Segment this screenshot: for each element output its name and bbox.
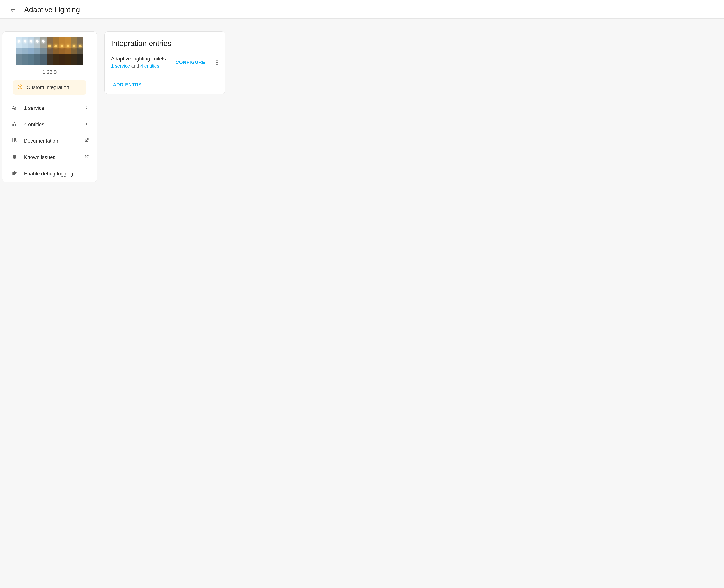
entry-entities-link[interactable]: 4 entities (140, 63, 159, 68)
integration-links: 1 service 4 entities Documentation (2, 100, 97, 182)
integration-card: 1.22.0 Custom integration 1 service (2, 31, 97, 182)
entry-menu-button[interactable] (215, 58, 219, 67)
page-body: 1.22.0 Custom integration 1 service (0, 19, 724, 588)
integration-entries-card: Integration entries Adaptive Lighting To… (104, 31, 225, 94)
row-entities-label: 4 entities (24, 122, 78, 128)
chevron-right-icon (84, 121, 89, 128)
entry-row: Adaptive Lighting Toilets 1 service and … (105, 54, 225, 76)
row-entities[interactable]: 4 entities (2, 117, 97, 133)
bug-icon (12, 154, 18, 161)
svg-point-2 (217, 63, 218, 65)
shapes-icon (12, 121, 18, 128)
open-in-new-icon (84, 154, 89, 161)
custom-integration-label: Custom integration (26, 85, 69, 90)
configure-button[interactable]: CONFIGURE (174, 58, 208, 66)
app-header: Adaptive Lighting (0, 0, 724, 19)
entry-main: Adaptive Lighting Toilets 1 service and … (111, 56, 170, 69)
entry-title: Adaptive Lighting Toilets (111, 56, 170, 62)
row-services[interactable]: 1 service (2, 100, 97, 117)
row-known-issues-label: Known issues (24, 154, 78, 160)
row-services-label: 1 service (24, 105, 78, 111)
row-documentation-label: Documentation (24, 138, 78, 144)
entry-joiner: and (130, 63, 140, 68)
open-in-new-icon (84, 138, 89, 144)
bookshelf-icon (12, 137, 18, 145)
custom-integration-banner: Custom integration (13, 81, 86, 94)
add-entry-row: ADD ENTRY (105, 77, 225, 94)
arrow-left-icon (9, 6, 16, 14)
add-entry-button[interactable]: ADD ENTRY (113, 82, 142, 87)
row-enable-debug-label: Enable debug logging (24, 171, 78, 177)
hand-service-icon (12, 105, 18, 112)
svg-point-1 (217, 61, 218, 63)
bug-play-icon (12, 170, 18, 177)
svg-point-0 (217, 60, 218, 61)
row-known-issues[interactable]: Known issues (2, 149, 97, 166)
back-button[interactable] (9, 6, 17, 14)
integration-hero: 1.22.0 Custom integration (2, 31, 97, 94)
package-icon (17, 84, 23, 91)
row-documentation[interactable]: Documentation (2, 133, 97, 149)
row-enable-debug-logging[interactable]: Enable debug logging (2, 166, 97, 182)
entry-subtitle: 1 service and 4 entities (111, 63, 170, 69)
integration-logo (16, 37, 83, 65)
entry-service-link[interactable]: 1 service (111, 63, 130, 68)
page-title: Adaptive Lighting (24, 6, 80, 14)
chevron-right-icon (84, 105, 89, 111)
integration-entries-heading: Integration entries (105, 31, 225, 54)
dots-vertical-icon (216, 63, 218, 66)
integration-version: 1.22.0 (8, 69, 92, 75)
